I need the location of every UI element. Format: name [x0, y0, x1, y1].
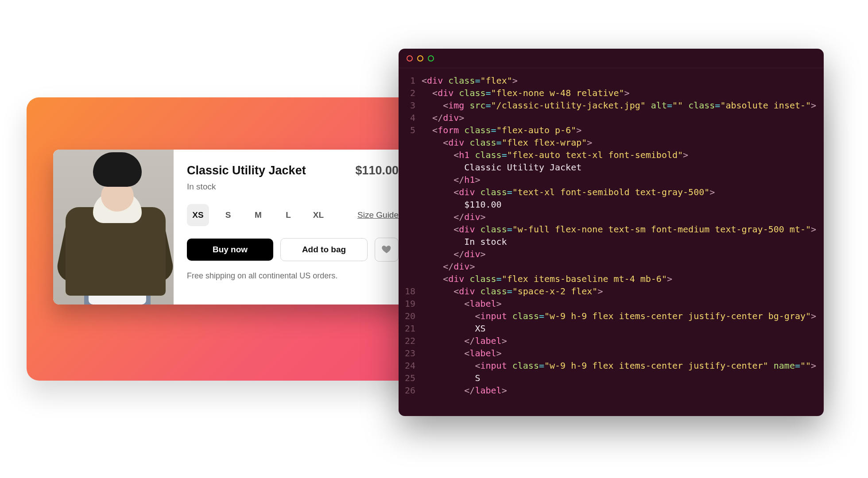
code-window: 12345181920212223242526 <div class="flex… [399, 49, 824, 416]
size-option-xl[interactable]: XL [307, 204, 329, 226]
size-guide-link[interactable]: Size Guide [357, 210, 399, 220]
window-minimize-icon[interactable] [417, 55, 423, 62]
size-row: XS S M L XL Size Guide [187, 204, 399, 226]
shipping-note: Free shipping on all continental US orde… [187, 271, 399, 281]
heart-icon [381, 244, 392, 256]
model-illustration [53, 150, 174, 305]
size-option-s[interactable]: S [217, 204, 239, 226]
window-titlebar [399, 49, 824, 68]
stock-status: In stock [187, 182, 399, 192]
window-close-icon[interactable] [407, 55, 413, 62]
line-number-gutter: 12345181920212223242526 [399, 68, 422, 416]
add-to-bag-button[interactable]: Add to bag [280, 238, 368, 261]
product-info: Classic Utility Jacket $110.00 In stock … [174, 150, 412, 305]
product-image [53, 150, 174, 305]
window-maximize-icon[interactable] [428, 55, 434, 62]
product-price: $110.00 [355, 164, 399, 177]
buy-now-button[interactable]: Buy now [187, 239, 273, 261]
favorite-button[interactable] [375, 238, 399, 262]
code-content[interactable]: <div class="flex"> <div class="flex-none… [422, 68, 824, 416]
product-title: Classic Utility Jacket [187, 164, 306, 177]
product-card: Classic Utility Jacket $110.00 In stock … [53, 150, 412, 305]
code-body: 12345181920212223242526 <div class="flex… [399, 68, 824, 416]
size-option-xs[interactable]: XS [187, 204, 209, 226]
size-option-m[interactable]: M [247, 204, 269, 226]
size-option-l[interactable]: L [277, 204, 299, 226]
